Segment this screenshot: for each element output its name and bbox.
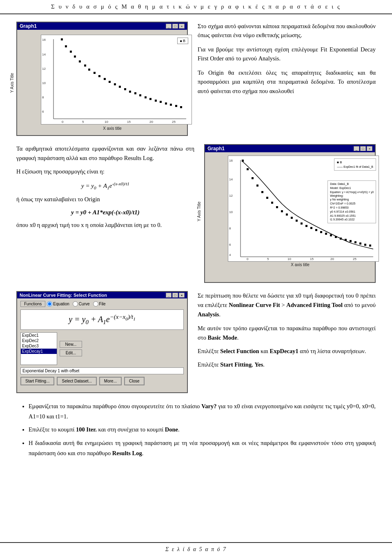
graph1-title: Graph1	[20, 23, 37, 29]
nlcf-listbox[interactable]: ExpDec1 ExpDec2 ExpDec3 ExpDecay1	[20, 332, 57, 365]
svg-rect-79	[364, 244, 366, 246]
svg-rect-19	[94, 72, 96, 74]
nlcf-description: Exponential Decay 1 with offset	[20, 367, 184, 374]
nlcf-minimize-button[interactable]: _	[166, 293, 172, 298]
nlcf-new-button[interactable]: New...	[60, 341, 82, 348]
svg-text:14: 14	[42, 53, 46, 56]
nlcf-list-item-expdec3[interactable]: ExpDec3	[21, 343, 57, 349]
graph1-ylabel: Y Axis Title	[10, 73, 14, 93]
middle-para1: Τα αριθμητικά αποτελέσματα εμφανίζονται …	[16, 144, 194, 163]
graph1-controls[interactable]: _ □ ×	[166, 24, 185, 29]
graph1-body: 1 Y Axis Title ■ B 16 14	[17, 30, 187, 134]
svg-rect-13	[65, 45, 67, 47]
svg-rect-14	[70, 51, 72, 53]
svg-rect-31	[155, 100, 157, 102]
stats-a1: A1 9.90025 ±0.1551	[330, 214, 374, 218]
bottom-right-text: Σε περίπτωση που θέλετε να δώσετε για x0…	[198, 291, 376, 393]
middle-left-text: Τα αριθμητικά αποτελέσματα εμφανίζονται …	[16, 144, 194, 283]
graph2-title: Graph1	[207, 146, 225, 151]
svg-rect-59	[266, 197, 268, 199]
graph2-legend-b: ■ B	[337, 160, 373, 165]
svg-rect-25	[124, 88, 126, 90]
svg-text:4: 4	[229, 253, 231, 257]
nlcf-list-item-expdecay1[interactable]: ExpDecay1	[21, 349, 57, 354]
nlcf-edit-button[interactable]: Edit...	[60, 349, 82, 356]
graph2-minimize-button[interactable]: _	[354, 146, 359, 151]
bottom-section: NonLinear Curve Fitting: Select Function…	[16, 291, 376, 393]
svg-rect-22	[109, 81, 111, 83]
nlcf-list-item-expdec1[interactable]: ExpDec1	[21, 333, 57, 338]
maximize-button[interactable]: □	[172, 24, 178, 29]
nlcf-list-container: ExpDec1 ExpDec2 ExpDec3 ExpDecay1	[20, 332, 57, 365]
graph2-titlebar: Graph1 _ □ ×	[205, 145, 375, 152]
nlcf-close-btn[interactable]: Close	[124, 377, 145, 385]
nlcf-functions-tab[interactable]: Functions	[20, 301, 45, 307]
bottom-para3: Επιλέξτε Select Function και ExpDecay1 α…	[198, 347, 376, 356]
svg-rect-66	[301, 222, 303, 225]
nlcf-maximize-button[interactable]: □	[172, 293, 178, 298]
nlcf-more-button[interactable]: More...	[99, 377, 122, 385]
nlcf-radio-curve[interactable]	[73, 301, 78, 307]
svg-text:16: 16	[42, 38, 46, 42]
svg-rect-61	[276, 206, 278, 208]
svg-text:12: 12	[42, 67, 46, 71]
nlcf-radio-file[interactable]	[93, 301, 98, 307]
svg-rect-27	[134, 92, 136, 94]
nlcf-start-fitting-button[interactable]: Start Fitting...	[20, 377, 54, 385]
graph1-area: ■ B 16 14 12 10 8 6	[41, 35, 192, 125]
graph2-maximize-button[interactable]: □	[360, 146, 366, 151]
bullet-item-3: Η διαδικασία αυτή θα ενημερώσει τη γραφι…	[29, 438, 376, 458]
svg-text:5: 5	[267, 257, 269, 261]
graph1-xlabel: X axis title	[41, 126, 184, 131]
nlcf-list-area: ExpDec1 ExpDec2 ExpDec3 ExpDecay1 New...…	[20, 332, 184, 365]
top-para2: Για να βρούμε την αντίστοιχη σχέση επιλέ…	[198, 45, 376, 63]
svg-text:6: 6	[42, 110, 44, 113]
svg-rect-62	[281, 210, 283, 212]
top-para1: Στο σχήμα αυτό φαίνονται κάποια πειραματ…	[198, 22, 376, 40]
page-header: Σ υ ν δ υ α σ μ ό ς Μ α θ η μ α τ ι κ ώ …	[0, 0, 392, 14]
svg-rect-76	[350, 240, 352, 242]
svg-text:15: 15	[127, 120, 131, 124]
svg-rect-17	[84, 64, 86, 67]
nlcf-radio-curve-label[interactable]: Curve	[73, 301, 90, 307]
svg-rect-78	[359, 242, 361, 245]
svg-text:15: 15	[310, 257, 314, 261]
svg-text:12: 12	[229, 194, 233, 198]
graph1-legend: ■ B	[177, 38, 188, 44]
svg-text:10: 10	[287, 257, 291, 261]
nlcf-radio-group: Equation Curve File	[47, 301, 105, 307]
nlcf-window: NonLinear Curve Fitting: Select Function…	[16, 291, 188, 393]
nlcf-radio-equation[interactable]	[47, 301, 52, 307]
minimize-button[interactable]: _	[166, 24, 172, 29]
svg-text:10: 10	[229, 210, 233, 214]
svg-text:6: 6	[229, 243, 231, 247]
svg-rect-21	[104, 78, 106, 80]
nlcf-formula-box: y = y0 + A1e−(x−x0)/t1	[20, 309, 184, 330]
graph2-close-button[interactable]: ×	[367, 146, 372, 151]
nlcf-radio-equation-label[interactable]: Equation	[47, 301, 69, 307]
svg-text:25: 25	[172, 120, 176, 124]
nlcf-close-button[interactable]: ×	[179, 293, 185, 298]
nlcf-titlebar: NonLinear Curve Fitting: Select Function…	[17, 292, 187, 298]
nlcf-radio-file-label[interactable]: File	[93, 301, 106, 307]
graph2-controls[interactable]: _ □ ×	[354, 146, 372, 151]
svg-rect-29	[145, 96, 147, 98]
graph1-scatter: 16 14 12 10 8 6 0 5 10 15 20 25	[41, 35, 192, 125]
svg-rect-77	[354, 241, 356, 243]
svg-rect-73	[335, 236, 337, 238]
nlcf-top-row: Functions Equation Curve File	[20, 301, 184, 307]
nlcf-formula: y = y0 + A1e−(x−x0)/t1	[69, 314, 136, 326]
svg-rect-55	[247, 168, 249, 170]
graph2-legend: ■ B —— ExpDec1 fit of Data1_B	[334, 158, 376, 171]
nlcf-controls[interactable]: _ □ ×	[166, 293, 185, 298]
nlcf-select-dataset-button[interactable]: Select Dataset...	[57, 377, 96, 385]
svg-rect-15	[74, 56, 76, 58]
svg-rect-63	[286, 214, 288, 216]
svg-text:10: 10	[105, 120, 108, 124]
close-button[interactable]: ×	[179, 24, 185, 29]
graph2-xlabel: X axis title	[228, 262, 372, 267]
formula-display-block: y = y0 + A1e-(x-x0)/t1	[16, 180, 194, 191]
nlcf-list-item-expdec2[interactable]: ExpDec2	[21, 338, 57, 343]
formula-intro: Η εξίσωση της προσαρμογής είναι η:	[16, 167, 194, 176]
nlcf-body: Functions Equation Curve File	[17, 298, 187, 388]
